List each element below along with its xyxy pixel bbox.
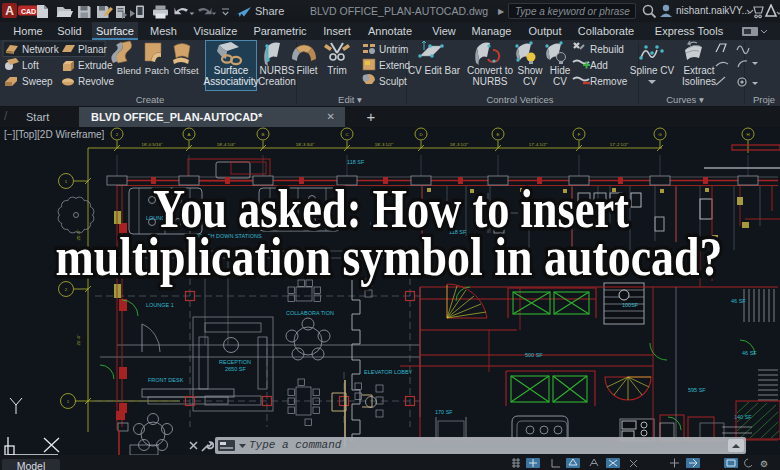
svg-text:CV: CV (553, 76, 567, 87)
svg-text:COLLABORA TION: COLLABORA TION (286, 310, 334, 316)
svg-text:Remove: Remove (590, 76, 628, 87)
svg-text:NURBS: NURBS (259, 65, 294, 76)
svg-text:Extend: Extend (379, 60, 410, 71)
svg-text:Revolve: Revolve (78, 76, 115, 87)
svg-text:Rebuild: Rebuild (590, 44, 624, 55)
svg-text:Isolines: Isolines (682, 76, 716, 87)
svg-text:Add: Add (590, 60, 608, 71)
svg-text:17'-2 1/2": 17'-2 1/2" (610, 142, 629, 147)
svg-text:C: C (345, 132, 348, 137)
svg-text:2: 2 (116, 132, 119, 137)
svg-text:H: H (746, 132, 749, 137)
svg-text:118 SF: 118 SF (449, 229, 467, 235)
svg-text:25'-0": 25'-0" (76, 229, 81, 241)
svg-text:Untrim: Untrim (379, 44, 408, 55)
svg-text:Network: Network (22, 44, 60, 55)
svg-text:18'-3 3/4": 18'-3 3/4" (296, 142, 315, 147)
svg-text:18'-4 1/4": 18'-4 1/4" (217, 142, 236, 147)
svg-text:1: 1 (67, 399, 70, 404)
svg-text:17'-4 1/2": 17'-4 1/2" (529, 142, 548, 147)
svg-text:Convert to: Convert to (467, 65, 514, 76)
svg-text:LOUNGE 1: LOUNGE 1 (146, 215, 174, 221)
svg-text:Spline CV: Spline CV (630, 65, 675, 76)
svg-text:Show: Show (517, 65, 543, 76)
svg-text:⚙: ⚙ (760, 459, 768, 469)
svg-text:18'-3 1/2": 18'-3 1/2" (450, 142, 469, 147)
svg-text:E: E (497, 132, 500, 137)
svg-text:CV Edit Bar: CV Edit Bar (408, 65, 461, 76)
svg-text:Creation: Creation (258, 76, 296, 87)
svg-text:A: A (188, 132, 191, 137)
svg-text:2: 2 (65, 287, 68, 292)
svg-text:500 SF: 500 SF (525, 352, 543, 358)
svg-text:TOUCH DOWN STATIONS: TOUCH DOWN STATIONS (195, 233, 262, 239)
svg-text:Extrude: Extrude (78, 60, 113, 71)
svg-text:595 SF: 595 SF (688, 387, 706, 393)
svg-text:Offset: Offset (173, 65, 199, 76)
svg-text:LOUNGE 1: LOUNGE 1 (146, 302, 174, 308)
svg-text:21'-6": 21'-6" (76, 334, 81, 346)
svg-text:170 SF: 170 SF (435, 409, 453, 415)
svg-text:CAD: CAD (21, 8, 36, 15)
svg-text:Share: Share (255, 5, 284, 17)
svg-text:46 SF: 46 SF (742, 350, 757, 356)
svg-text:ELEVATOR LOBBY: ELEVATOR LOBBY (364, 369, 413, 375)
svg-text:100SF: 100SF (622, 302, 639, 308)
svg-text:Sculpt: Sculpt (379, 76, 407, 87)
svg-text:18'-3 1/2": 18'-3 1/2" (375, 142, 394, 147)
svg-text:CV: CV (523, 76, 537, 87)
svg-text:FRONT DESK: FRONT DESK (148, 377, 184, 383)
svg-text:RECEPTION: RECEPTION (219, 359, 251, 365)
svg-text:B: B (262, 132, 265, 137)
svg-text:18'-0 5/16": 18'-0 5/16" (142, 142, 163, 147)
svg-text:G: G (658, 132, 662, 137)
svg-text:Extract: Extract (683, 65, 714, 76)
svg-text:46 SF: 46 SF (731, 298, 746, 304)
svg-text:Hide: Hide (550, 65, 571, 76)
svg-text:A: A (5, 4, 14, 18)
svg-text:Trim: Trim (327, 65, 347, 76)
svg-text:2650 SF: 2650 SF (225, 366, 246, 372)
svg-text:NURBS: NURBS (472, 76, 507, 87)
svg-text:nishant.naikVY...: nishant.naikVY... (676, 5, 750, 16)
svg-text:F: F (578, 132, 581, 137)
svg-text:Planar: Planar (78, 44, 108, 55)
svg-text:Sweep: Sweep (22, 76, 53, 87)
svg-text:1: 1 (65, 179, 68, 184)
svg-text:Surface: Surface (214, 65, 249, 76)
svg-text:Patch: Patch (145, 65, 169, 76)
svg-text:Fillet: Fillet (296, 65, 317, 76)
svg-text:118 SF: 118 SF (347, 159, 365, 165)
svg-text:D: D (419, 132, 422, 137)
svg-text:68 SF: 68 SF (370, 221, 385, 227)
svg-text:Blend: Blend (117, 65, 141, 76)
svg-text:Loft: Loft (22, 60, 39, 71)
svg-text:Associativity: Associativity (203, 76, 258, 87)
